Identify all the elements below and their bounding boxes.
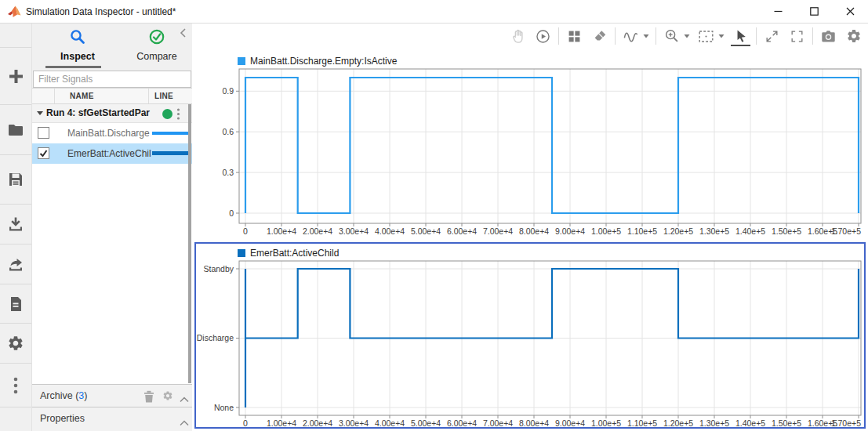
pointer-tool-button[interactable]	[731, 26, 750, 46]
checkmark-icon	[38, 148, 49, 158]
signal-wave-icon	[623, 28, 639, 45]
plot-toolbar	[508, 24, 863, 49]
svg-text:4.00e+4: 4.00e+4	[375, 418, 405, 428]
properties-section-header[interactable]: Properties	[32, 407, 192, 431]
svg-text:5.00e+4: 5.00e+4	[411, 418, 441, 428]
fit-to-view-icon	[698, 29, 714, 44]
export-button[interactable]	[0, 244, 31, 284]
svg-text:1.10e+5: 1.10e+5	[627, 226, 657, 236]
pan-button[interactable]	[508, 26, 528, 46]
run-expand-triangle-icon[interactable]	[37, 111, 43, 115]
plot-area: MainBatt.Discharge.Empty:IsActive 01.00e…	[192, 24, 868, 431]
properties-label: Properties	[40, 413, 85, 424]
signal-table-header: NAME LINE	[32, 88, 192, 104]
dropdown-caret-icon[interactable]	[642, 34, 650, 38]
svg-text:0: 0	[243, 418, 248, 428]
svg-text:1.40e+5: 1.40e+5	[735, 226, 765, 236]
more-button[interactable]	[0, 363, 31, 407]
run-menu-icon[interactable]	[176, 108, 180, 120]
svg-text:1.40e+5: 1.40e+5	[735, 418, 765, 428]
maximize-button[interactable]	[796, 0, 832, 23]
run-status-dot	[162, 109, 173, 119]
dropdown-caret-icon[interactable]	[683, 34, 691, 38]
svg-text:1.00e+4: 1.00e+4	[267, 226, 296, 236]
more-vertical-icon	[13, 377, 18, 394]
matlab-logo-icon	[8, 5, 22, 21]
chart1-plot[interactable]: 01.00e+42.00e+43.00e+44.00e+45.00e+46.00…	[196, 49, 868, 242]
collapse-sidebar-button[interactable]	[180, 27, 191, 38]
preferences-button[interactable]	[0, 323, 31, 363]
signal-row-mainbatt[interactable]: MainBatt.Discharge	[32, 123, 192, 143]
svg-text:0.3: 0.3	[222, 168, 234, 177]
close-icon	[846, 7, 855, 16]
chevron-up-icon	[180, 420, 189, 426]
camera-icon	[820, 29, 837, 44]
svg-text:8.00e+4: 8.00e+4	[519, 226, 549, 236]
svg-text:0: 0	[229, 208, 234, 218]
signal-name: EmerBatt:ActiveChil	[67, 148, 155, 159]
archive-label: Archive (	[40, 390, 78, 401]
svg-text:1.50e+5: 1.50e+5	[772, 418, 801, 428]
svg-text:7.00e+4: 7.00e+4	[483, 418, 513, 428]
svg-text:2.00e+4: 2.00e+4	[303, 418, 332, 428]
zoom-in-icon	[664, 28, 680, 44]
settings-button[interactable]	[844, 26, 863, 46]
signal-checkbox[interactable]	[38, 127, 49, 139]
archive-settings-button[interactable]	[162, 390, 173, 404]
report-icon	[7, 295, 24, 313]
filter-signals-input[interactable]	[33, 71, 191, 88]
signal-checkbox[interactable]	[38, 147, 49, 159]
tab-compare-label: Compare	[136, 51, 176, 62]
tab-inspect[interactable]: Inspect	[42, 28, 114, 66]
svg-text:1.20e+5: 1.20e+5	[663, 226, 693, 236]
save-button[interactable]	[0, 154, 31, 204]
minimize-button[interactable]	[760, 0, 796, 23]
signal-line-swatch	[152, 151, 188, 155]
svg-text:8.00e+4: 8.00e+4	[519, 418, 549, 428]
svg-text:1.30e+5: 1.30e+5	[699, 418, 729, 428]
archive-delete-button[interactable]	[143, 390, 154, 406]
signal-row-emerbatt[interactable]: EmerBatt:ActiveChil	[32, 143, 192, 164]
fullscreen-button[interactable]	[787, 26, 807, 46]
archive-section-header[interactable]: Archive (3)	[32, 384, 192, 407]
dropdown-caret-icon[interactable]	[717, 34, 725, 38]
properties-collapse-button[interactable]	[180, 415, 189, 429]
svg-text:1.00e+5: 1.00e+5	[591, 418, 621, 428]
window-title: Simulation Data Inspector - untitled*	[26, 6, 176, 17]
run-group-row[interactable]: Run 4: sfGetStartedPar	[32, 104, 192, 123]
trash-icon	[143, 390, 154, 403]
zoom-button[interactable]	[662, 26, 681, 46]
clear-plots-button[interactable]	[590, 26, 609, 46]
preferences-icon	[7, 335, 24, 352]
create-report-button[interactable]	[0, 284, 31, 323]
svg-text:Discharge: Discharge	[197, 333, 234, 342]
svg-text:0.9: 0.9	[222, 86, 234, 96]
fit-to-view-button[interactable]	[696, 26, 716, 46]
snapshot-button[interactable]	[819, 26, 838, 46]
compare-check-icon	[148, 28, 165, 45]
layout-button[interactable]	[565, 26, 584, 46]
search-icon	[69, 28, 86, 45]
import-button[interactable]	[0, 204, 31, 244]
signal-display-button[interactable]	[621, 26, 641, 46]
svg-text:None: None	[214, 403, 234, 412]
add-icon	[8, 68, 24, 85]
chart2-plot[interactable]: 01.00e+42.00e+43.00e+44.00e+45.00e+46.00…	[196, 244, 866, 429]
svg-text:1.00e+4: 1.00e+4	[267, 418, 296, 428]
settings-icon	[846, 28, 862, 44]
gear-icon	[162, 390, 173, 401]
export-icon	[7, 255, 24, 273]
open-button[interactable]	[0, 104, 31, 154]
save-icon	[7, 171, 24, 188]
close-button[interactable]	[832, 0, 868, 23]
archive-collapse-button[interactable]	[180, 392, 189, 406]
expand-button[interactable]	[762, 26, 782, 46]
import-icon	[7, 216, 24, 233]
signal-name: MainBatt.Discharge	[67, 128, 155, 139]
replay-button[interactable]	[533, 26, 553, 46]
svg-text:2.00e+4: 2.00e+4	[303, 226, 332, 236]
run-label: Run 4: sfGetStartedPar	[46, 107, 164, 118]
sidebar-scrollbar[interactable]	[188, 104, 191, 383]
svg-text:9.00e+4: 9.00e+4	[555, 226, 585, 236]
new-run-button[interactable]	[0, 47, 31, 104]
